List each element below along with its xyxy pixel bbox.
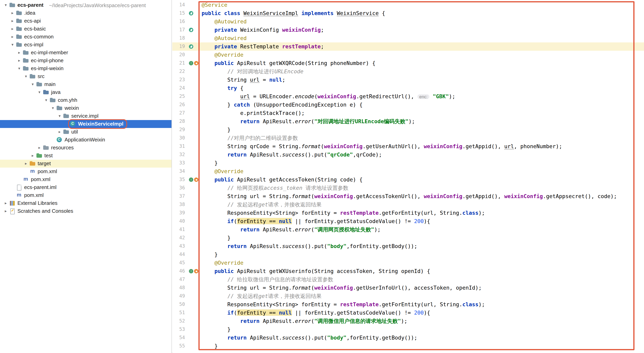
chevron-right-icon[interactable]: ▸ bbox=[10, 25, 15, 33]
code-line-16[interactable]: 16 @Autowired bbox=[172, 18, 644, 26]
chevron-down-icon[interactable]: ▾ bbox=[17, 64, 22, 72]
code-line-17[interactable]: 17 private WeixinConfig weixinConfig; bbox=[172, 26, 644, 34]
map-gutter-icon[interactable] bbox=[194, 61, 198, 65]
tree-item-service-impl[interactable]: ▾service.impl bbox=[0, 112, 172, 120]
map-gutter-icon[interactable] bbox=[194, 178, 198, 182]
tree-item-ecs-common[interactable]: ▸ecs-common bbox=[0, 33, 172, 41]
tree-item-application-weixin[interactable]: ApplicationWeixin bbox=[0, 136, 172, 144]
code-line-32[interactable]: 32 return ApiResult.success().put("qrCod… bbox=[172, 150, 644, 159]
chevron-down-icon[interactable]: ▾ bbox=[10, 41, 15, 49]
ov-gutter-icon[interactable] bbox=[189, 61, 193, 65]
chevron-right-icon[interactable]: ▸ bbox=[23, 160, 28, 168]
code-line-14[interactable]: 14@Service bbox=[172, 1, 644, 9]
chevron-right-icon[interactable]: ▸ bbox=[30, 152, 35, 160]
code-line-48[interactable]: 48 String url = String.format(weixinConf… bbox=[172, 284, 644, 292]
tree-item-ecs-api[interactable]: ▸ecs-api bbox=[0, 17, 172, 25]
bean-gutter-icon[interactable] bbox=[189, 11, 193, 16]
chevron-down-icon[interactable]: ▾ bbox=[23, 72, 28, 80]
bean-gutter-icon[interactable] bbox=[189, 28, 193, 32]
tree-item-ecs-parent-iml[interactable]: ecs-parent.iml bbox=[0, 184, 172, 191]
tree-item-label: ApplicationWeixin bbox=[64, 136, 105, 144]
code-line-21[interactable]: 21 public ApiResult getWXQRCode(String p… bbox=[172, 59, 644, 67]
chevron-right-icon[interactable]: ▸ bbox=[3, 199, 8, 207]
code-line-18[interactable]: 18 @Autowired bbox=[172, 34, 644, 42]
code-line-20[interactable]: 20 @Override bbox=[172, 51, 644, 59]
code-line-46[interactable]: 46 public ApiResult getWXUserinfo(String… bbox=[172, 267, 644, 275]
tree-item-com-yhh[interactable]: ▾com.yhh bbox=[0, 96, 172, 104]
tree-item-target[interactable]: ▸target bbox=[0, 160, 172, 168]
code-line-22[interactable]: 22 // 对回调地址进行URLEncode bbox=[172, 67, 644, 76]
chevron-right-icon[interactable]: ▸ bbox=[10, 9, 15, 17]
code-line-36[interactable]: 36 // 给网页授权access_token 请求地址设置参数 bbox=[172, 184, 644, 192]
code-line-52[interactable]: 52 return ApiResult.error("调用微信用户信息的请求地址… bbox=[172, 317, 644, 325]
chevron-down-icon[interactable]: ▾ bbox=[44, 96, 49, 104]
chevron-down-icon[interactable]: ▾ bbox=[30, 80, 35, 88]
tree-item-pom-impl[interactable]: pom.xml bbox=[0, 176, 172, 184]
chevron-right-icon[interactable]: ▸ bbox=[37, 144, 42, 152]
tree-item-weixin[interactable]: ▾weixin bbox=[0, 104, 172, 112]
tree-item-scratches[interactable]: ▸Scratches and Consoles bbox=[0, 207, 172, 215]
code-line-35[interactable]: 35 public ApiResult getAccessToken(Strin… bbox=[172, 176, 644, 184]
chevron-right-icon[interactable]: ▸ bbox=[57, 128, 62, 136]
code-line-29[interactable]: 29 } bbox=[172, 126, 644, 134]
tree-item-pom-parent[interactable]: pom.xml bbox=[0, 191, 172, 199]
chevron-right-icon[interactable]: ▸ bbox=[3, 207, 8, 215]
tree-item-main[interactable]: ▾main bbox=[0, 80, 172, 88]
code-line-19[interactable]: 19 private RestTemplate restTemplate; bbox=[172, 42, 644, 51]
chevron-right-icon[interactable]: ▸ bbox=[10, 17, 15, 25]
code-line-45[interactable]: 45 @Override bbox=[172, 259, 644, 267]
chevron-right-icon[interactable]: ▸ bbox=[10, 33, 15, 41]
ov-gutter-icon[interactable] bbox=[189, 269, 193, 273]
code-line-40[interactable]: 40 if(forEntity == null || forEntity.get… bbox=[172, 217, 644, 226]
tree-item-resources[interactable]: ▸resources bbox=[0, 144, 172, 152]
chevron-down-icon[interactable]: ▾ bbox=[3, 1, 8, 9]
code-line-25[interactable]: 25 url = URLEncoder.encode(weixinConfig.… bbox=[172, 92, 644, 101]
tree-item-weixin-service-impl[interactable]: WeixinServiceImpl bbox=[0, 120, 172, 128]
tree-item-ecs-basic[interactable]: ▸ecs-basic bbox=[0, 25, 172, 33]
code-line-43[interactable]: 43 return ApiResult.success().put("body"… bbox=[172, 242, 644, 250]
code-line-47[interactable]: 47 // 给拉取微信用户信息的请求地址设置参数 bbox=[172, 275, 644, 284]
chevron-right-icon[interactable]: ▸ bbox=[17, 57, 22, 64]
code-line-39[interactable]: 39 ResponseEntity<String> forEntity = re… bbox=[172, 209, 644, 217]
tree-item-pom-weixin[interactable]: pom.xml bbox=[0, 168, 172, 176]
code-line-50[interactable]: 50 ResponseEntity<String> forEntity = re… bbox=[172, 300, 644, 309]
tree-item-util[interactable]: ▸util bbox=[0, 128, 172, 136]
code-line-49[interactable]: 49 // 发起远程get请求，并接收返回结果 bbox=[172, 292, 644, 300]
code-line-51[interactable]: 51 if(forEntity == null || forEntity.get… bbox=[172, 309, 644, 317]
code-line-23[interactable]: 23 String url = null; bbox=[172, 76, 644, 84]
code-line-54[interactable]: 54 return ApiResult.success().put("body"… bbox=[172, 334, 644, 342]
code-line-30[interactable]: 30 //对用户扫的二维码设置参数 bbox=[172, 134, 644, 142]
tree-item-ecs-impl[interactable]: ▾ecs-impl bbox=[0, 41, 172, 49]
tree-item-ecs-parent[interactable]: ▾ecs-parent~/IdeaProjects/JavaWorkspace/… bbox=[0, 1, 172, 9]
ov-gutter-icon[interactable] bbox=[189, 178, 193, 182]
tree-item-external-libraries[interactable]: ▸External Libraries bbox=[0, 199, 172, 207]
code-line-53[interactable]: 53 } bbox=[172, 325, 644, 334]
bean-gutter-icon[interactable] bbox=[189, 44, 193, 49]
code-line-42[interactable]: 42 } bbox=[172, 234, 644, 242]
chevron-right-icon[interactable]: ▸ bbox=[17, 49, 22, 57]
code-line-41[interactable]: 41 return ApiResult.error("调用网页授权地址失败"); bbox=[172, 226, 644, 234]
code-line-24[interactable]: 24 try { bbox=[172, 84, 644, 92]
code-line-33[interactable]: 33 } bbox=[172, 159, 644, 167]
code-line-27[interactable]: 27 e.printStackTrace(); bbox=[172, 109, 644, 117]
code-line-15[interactable]: 15public class WeixinServiceImpl impleme… bbox=[172, 9, 644, 18]
chevron-down-icon[interactable]: ▾ bbox=[50, 104, 56, 112]
code-line-37[interactable]: 37 String url = String.format(weixinConf… bbox=[172, 192, 644, 200]
code-line-26[interactable]: 26 } catch (UnsupportedEncodingException… bbox=[172, 101, 644, 109]
code-line-28[interactable]: 28 return ApiResult.error("对回调地址进行URLEnc… bbox=[172, 117, 644, 126]
chevron-down-icon[interactable]: ▾ bbox=[57, 112, 62, 120]
code-line-55[interactable]: 55 } bbox=[172, 342, 644, 350]
code-line-34[interactable]: 34 @Override bbox=[172, 167, 644, 176]
code-line-31[interactable]: 31 String qrCode = String.format(weixinC… bbox=[172, 142, 644, 150]
tree-item-idea[interactable]: ▸.idea bbox=[0, 9, 172, 17]
chevron-down-icon[interactable]: ▾ bbox=[37, 88, 42, 96]
tree-item-es-impl-weixin[interactable]: ▾es-impl-weixin bbox=[0, 64, 172, 72]
tree-item-ec-impl-member[interactable]: ▸ec-impl-member bbox=[0, 49, 172, 57]
tree-item-java[interactable]: ▾java bbox=[0, 88, 172, 96]
code-line-38[interactable]: 38 // 发起远程get请求，并接收返回结果 bbox=[172, 200, 644, 209]
tree-item-test[interactable]: ▸test bbox=[0, 152, 172, 160]
tree-item-src[interactable]: ▾src bbox=[0, 72, 172, 80]
map-gutter-icon[interactable] bbox=[194, 269, 198, 273]
tree-item-ec-impl-phone[interactable]: ▸ec-impl-phone bbox=[0, 57, 172, 64]
code-line-44[interactable]: 44 } bbox=[172, 250, 644, 259]
